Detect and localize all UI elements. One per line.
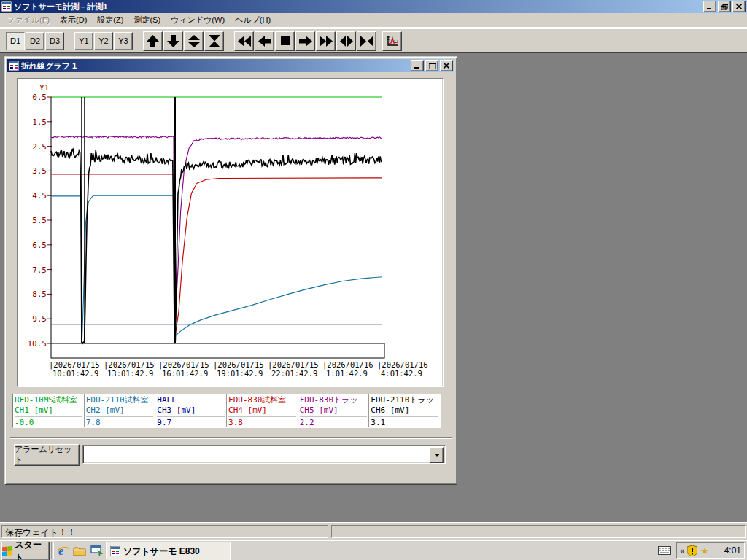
status-text: 保存ウェイト！！	[5, 527, 76, 537]
stop-button[interactable]	[275, 31, 295, 51]
svg-text:2.5: 2.5	[32, 142, 47, 152]
step-right-button[interactable]	[295, 31, 315, 51]
channel-value: 2.2	[300, 416, 368, 427]
system-tray: « ★ 4:01	[676, 542, 745, 559]
scroll-up-button[interactable]	[143, 31, 163, 51]
arrow-down-icon	[167, 35, 179, 47]
graph-window-icon	[9, 61, 19, 71]
svg-text:e: e	[58, 545, 63, 557]
channel-cell-ch5: FDU-830トラッ CH5 [mV] 2.2	[298, 394, 370, 427]
svg-text:0.5: 0.5	[32, 93, 47, 102]
svg-text:8.5: 8.5	[32, 289, 47, 299]
toolbar-y2-button[interactable]: Y2	[94, 32, 113, 50]
channel-value: 7.8	[86, 416, 154, 427]
quicklaunch-ie-icon[interactable]: e	[55, 543, 70, 558]
combobox-dropdown-button[interactable]	[430, 447, 444, 463]
star-tray-icon[interactable]: ★	[700, 545, 709, 556]
toolbar-d3-button[interactable]: D3	[45, 32, 64, 50]
alarm-reset-button[interactable]: アラームリセット	[14, 444, 80, 466]
step-left-button[interactable]	[255, 31, 274, 51]
triangles-outward-icon	[340, 36, 353, 47]
graph-maximize-button[interactable]	[425, 60, 438, 71]
taskbar: スタート e ソフトサーモ E830 «	[0, 540, 747, 560]
hourglass-triangles-icon	[209, 35, 220, 47]
expand-horizontal-button[interactable]	[336, 31, 356, 51]
task-button-label: ソフトサーモ E830	[123, 545, 200, 558]
main-close-button[interactable]	[732, 1, 746, 12]
menu-measure[interactable]: 測定(S)	[128, 13, 166, 27]
close-icon	[444, 63, 449, 69]
channel-cell-ch4: FDU-830試料室 CH4 [mV] 3.8	[227, 394, 298, 427]
svg-text:6.5: 6.5	[32, 241, 47, 250]
svg-text:19:01:42.9: 19:01:42.9	[217, 369, 263, 378]
toolbar-y1-button[interactable]: Y1	[74, 32, 93, 50]
mdi-client-area: 折れ線グラフ 1 Y10.51.52.53.54.55.56.57.58.59.…	[0, 52, 747, 523]
separator	[10, 438, 452, 439]
svg-text:10:01:42.9: 10:01:42.9	[53, 369, 98, 378]
channel-value: 3.1	[371, 416, 438, 427]
taskbar-separator	[51, 542, 54, 559]
graph-close-button[interactable]	[440, 60, 453, 71]
channel-value: 9.7	[157, 416, 225, 427]
menu-view[interactable]: 表示(D)	[55, 13, 92, 27]
taskbar-clock: 4:01	[724, 545, 741, 556]
main-restore-button[interactable]	[718, 1, 731, 12]
toolbar-d2-button[interactable]: D2	[26, 32, 44, 50]
tray-collapse-icon[interactable]: «	[680, 546, 684, 555]
start-button-label: スタート	[15, 539, 49, 560]
toolbar: D1 D2 D3 Y1 Y2 Y3	[0, 28, 747, 53]
fit-vertical-button[interactable]	[184, 31, 204, 51]
svg-text:4.5: 4.5	[32, 191, 47, 201]
clamp-vertical-button[interactable]	[204, 31, 224, 51]
svg-text:22:01:42.9: 22:01:42.9	[271, 369, 317, 378]
menu-settings[interactable]: 設定(Z)	[92, 13, 128, 27]
svg-text:10.5: 10.5	[28, 339, 47, 349]
svg-text:3.5: 3.5	[32, 166, 47, 176]
main-window-title: ソフトサーモ計測－計測1	[14, 1, 702, 12]
minimize-icon	[707, 4, 713, 9]
rewind-button[interactable]	[234, 31, 254, 51]
graph-window-titlebar: 折れ線グラフ 1	[7, 59, 454, 72]
channel-label: CH2 [mV]	[86, 405, 154, 416]
channel-value: -0.0	[15, 416, 82, 427]
keyboard-tray-icon[interactable]	[658, 546, 671, 555]
menu-file[interactable]: ファイル(F)	[1, 13, 55, 27]
line-chart-panel: Y10.51.52.53.54.55.56.57.58.59.510.5|202…	[17, 78, 444, 387]
start-button[interactable]: スタート	[1, 542, 50, 560]
graph-window-title: 折れ線グラフ 1	[21, 61, 409, 71]
status-message-panel: 保存ウェイト！！	[1, 525, 328, 538]
channel-cell-ch2: FDU-2110試料室 CH2 [mV] 7.8	[85, 394, 156, 427]
main-minimize-button[interactable]	[703, 1, 716, 12]
forward-button[interactable]	[316, 31, 336, 51]
quicklaunch-folder-icon[interactable]	[72, 543, 87, 558]
shrink-horizontal-button[interactable]	[357, 31, 376, 51]
graph-minimize-button[interactable]	[411, 60, 424, 71]
windows-logo-icon	[2, 546, 12, 557]
toolbar-d1-button[interactable]: D1	[6, 32, 25, 50]
svg-text:16:01:42.9: 16:01:42.9	[162, 369, 208, 378]
quicklaunch-desktop-icon[interactable]	[89, 543, 104, 558]
channel-cell-ch3: HALL CH3 [mV] 9.7	[155, 394, 227, 427]
close-icon	[736, 4, 742, 9]
desktop: ソフトサーモ計測－計測1 ファイル(F) 表示(D) 設定(Z) 測定(S) ウ…	[0, 0, 747, 560]
svg-text:4:01:42.9: 4:01:42.9	[381, 369, 422, 378]
minimize-icon	[414, 63, 420, 69]
status-bar: 保存ウェイト！！	[0, 522, 747, 540]
channel-label: CH5 [mV]	[300, 405, 368, 416]
sensor-name: FDU-2110試料室	[86, 395, 154, 405]
svg-text:7.5: 7.5	[32, 265, 47, 275]
chart-icon	[386, 35, 399, 47]
chevron-down-icon	[434, 454, 440, 457]
graph-window-client: Y10.51.52.53.54.55.56.57.58.59.510.5|202…	[7, 72, 454, 482]
alarm-combobox[interactable]	[82, 445, 446, 464]
svg-text:13:01:42.9: 13:01:42.9	[107, 369, 153, 378]
scroll-down-button[interactable]	[163, 31, 183, 51]
menu-window[interactable]: ウィンドウ(W)	[166, 13, 230, 27]
graph-view-button[interactable]	[382, 31, 402, 51]
status-secondary-panel	[331, 525, 746, 538]
up-down-triangles-icon	[188, 35, 200, 47]
toolbar-y3-button[interactable]: Y3	[114, 32, 133, 50]
task-button-softthermo[interactable]: ソフトサーモ E830	[107, 542, 231, 560]
security-shield-icon[interactable]	[687, 545, 697, 556]
menu-help[interactable]: ヘルプ(H)	[230, 13, 276, 27]
